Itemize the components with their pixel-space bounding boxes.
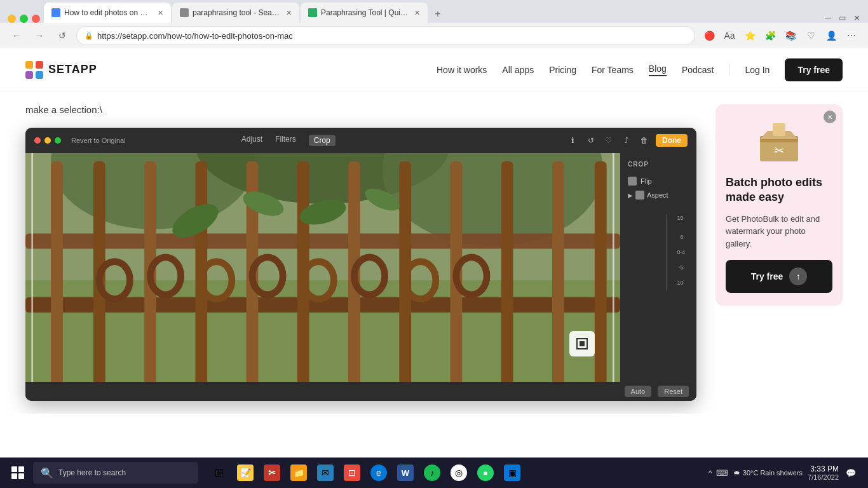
mac-done-button[interactable]: Done (656, 134, 688, 147)
mac-image-area (25, 153, 620, 382)
mac-auto-button[interactable]: Auto (625, 386, 652, 397)
win-sq-2 (18, 466, 24, 472)
mac-info-icon[interactable]: ℹ (567, 134, 580, 147)
setapp-logo[interactable]: SETAPP (25, 61, 97, 79)
nav-pricing[interactable]: Pricing (549, 65, 576, 75)
win-sq-1 (11, 466, 17, 472)
tab-2[interactable]: paraphrasing tool - Search ✕ (172, 3, 299, 23)
nav-blog[interactable]: Blog (649, 64, 667, 76)
refresh-icon: ↺ (58, 30, 66, 41)
intro-text: make a selection:\ (25, 104, 696, 115)
snipping-tool-icon: ✂ (264, 464, 280, 481)
edge-icon[interactable]: 🔴 (700, 27, 718, 44)
keyboard-icon[interactable]: ⌨ (716, 468, 728, 478)
win-close-main[interactable]: ✕ (853, 13, 860, 23)
tab-close-3[interactable]: ✕ (414, 9, 420, 17)
address-bar: ← → ↺ 🔒 https://setapp.com/how-to/how-to… (0, 23, 868, 48)
sticky-notes-icon: 📝 (237, 464, 254, 481)
win-minimize[interactable]: ─ (825, 13, 831, 23)
nav-for-teams[interactable]: For Teams (592, 65, 634, 75)
mac-delete-icon[interactable]: 🗑 (638, 134, 651, 147)
taskbar-sticky-notes[interactable]: 📝 (233, 460, 258, 485)
try-free-header-button[interactable]: Try free (785, 58, 843, 81)
mac-close-dot[interactable] (34, 137, 41, 144)
photos-app-icon: ▣ (504, 464, 520, 481)
mac-traffic-lights (34, 137, 61, 144)
forward-button[interactable]: → (31, 27, 48, 44)
aspect-arrow-icon: ▶ (628, 192, 633, 199)
mac-filters-tool[interactable]: Filters (275, 135, 296, 146)
taskbar-app-icons: ⊞ 📝 ✂ 📁 ✉ ⊡ e W ♪ ◎ ● (201, 460, 706, 485)
taskbar-spotify[interactable]: ♪ (419, 460, 445, 485)
site-nav: How it works All apps Pricing For Teams … (437, 58, 843, 81)
nav-podcast[interactable]: Podcast (682, 65, 714, 75)
tab-close-1[interactable]: ✕ (158, 9, 163, 17)
favorites-icon[interactable]: ⭐ (741, 27, 759, 44)
taskbar-chrome[interactable]: ◎ (446, 460, 471, 485)
mac-reset-button[interactable]: Reset (658, 386, 689, 397)
tab-title-3: Paraphrasing Tool | QuillBot AI (321, 8, 408, 17)
extensions-icon[interactable]: 🧩 (761, 27, 779, 44)
close-button[interactable] (32, 15, 40, 23)
ruler-0: 0·4 (677, 249, 685, 255)
mac-bottom-bar: Auto Reset (25, 382, 696, 401)
nav-how-it-works[interactable]: How it works (437, 65, 487, 75)
heart-icon[interactable]: ♡ (802, 27, 820, 44)
taskbar-search[interactable]: 🔍 Type here to search (33, 462, 198, 484)
crop-handle[interactable] (569, 331, 595, 356)
mac-minimize-dot[interactable] (44, 137, 51, 144)
taskbar-file-explorer[interactable]: 📁 (286, 460, 311, 485)
aspect-option[interactable]: ▶ Aspect (628, 188, 689, 202)
tab-1[interactable]: How to edit photos on Mac 202... ✕ (44, 3, 171, 23)
new-tab-button[interactable]: + (429, 5, 447, 23)
mac-revert-button[interactable]: Revert to Original (71, 137, 126, 144)
flip-option[interactable]: Flip (628, 174, 689, 188)
photobulk-icon: ✂ (754, 117, 804, 168)
mac-crop-tool[interactable]: Crop (309, 135, 336, 146)
minimize-button[interactable] (8, 15, 16, 23)
url-input[interactable]: 🔒 https://setapp.com/how-to/how-to-edit-… (76, 26, 695, 45)
collections-icon[interactable]: 📚 (782, 27, 799, 44)
mac-maximize-dot[interactable] (55, 137, 61, 144)
start-button[interactable] (5, 460, 31, 485)
url-text: https://setapp.com/how-to/how-to-edit-ph… (97, 31, 687, 41)
taskbar-snipping-tool[interactable]: ✂ (259, 460, 285, 485)
nav-all-apps[interactable]: All apps (502, 65, 534, 75)
more-button[interactable]: ⋯ (843, 27, 860, 44)
chrome-icon: ◎ (451, 464, 467, 481)
clock-time: 3:33 PM (808, 464, 839, 473)
fence-svg (25, 153, 620, 382)
tabs-bar: How to edit photos on Mac 202... ✕ parap… (0, 0, 868, 23)
notification-icon[interactable]: 💬 (844, 466, 858, 480)
word-icon: W (397, 464, 414, 481)
profile-icon[interactable]: 👤 (822, 27, 840, 44)
mac-rotate-icon[interactable]: ↺ (585, 134, 597, 147)
tab-close-2[interactable]: ✕ (286, 9, 292, 17)
taskbar-weather[interactable]: 🌧 30°C Rain showers (733, 469, 803, 477)
browser-chrome: How to edit photos on Mac 202... ✕ parap… (0, 0, 868, 48)
mac-heart-icon[interactable]: ♡ (602, 134, 615, 147)
taskbar-word[interactable]: W (393, 460, 418, 485)
log-in-button[interactable]: Log In (745, 65, 770, 75)
refresh-button[interactable]: ↺ (53, 27, 71, 44)
chevron-up-icon[interactable]: ^ (709, 468, 712, 478)
ad-close-button[interactable]: ✕ (824, 111, 836, 123)
taskbar-photos[interactable]: ▣ (499, 460, 525, 485)
win-restore[interactable]: ▭ (839, 13, 846, 22)
mac-share-icon[interactable]: ⤴ (620, 134, 633, 147)
taskbar-whatsapp[interactable]: ● (473, 460, 498, 485)
taskbar-office365[interactable]: ⊡ (339, 460, 365, 485)
taskbar-clock[interactable]: 3:33 PM 7/16/2022 (808, 464, 839, 481)
tab-3[interactable]: Paraphrasing Tool | QuillBot AI ✕ (301, 3, 428, 23)
read-aloud-icon[interactable]: Aa (721, 27, 738, 44)
taskbar-task-view[interactable]: ⊞ (206, 460, 231, 485)
back-button[interactable]: ← (8, 27, 25, 44)
win-sq-4 (18, 473, 24, 479)
taskbar-edge[interactable]: e (366, 460, 391, 485)
mac-adjust-tool[interactable]: Adjust (241, 135, 262, 146)
maximize-button[interactable] (20, 15, 28, 23)
win-sq-3 (11, 473, 17, 479)
ad-try-free-button[interactable]: Try free ↑ (726, 260, 832, 293)
taskbar-mail[interactable]: ✉ (313, 460, 338, 485)
mac-toolbar-right: ℹ ↺ ♡ ⤴ 🗑 Done (567, 134, 688, 147)
